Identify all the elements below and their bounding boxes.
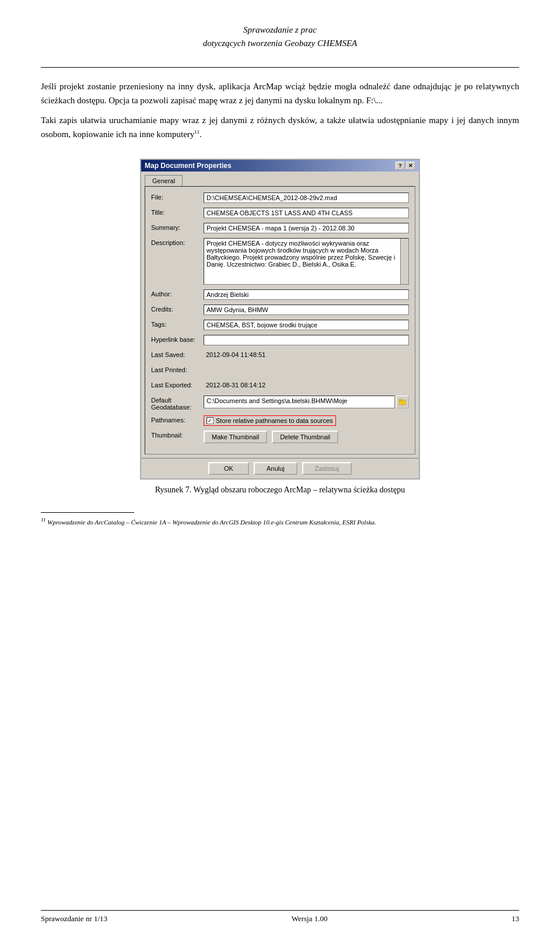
ok-button[interactable]: OK (208, 462, 249, 475)
hyperlink-label: Hyperlink base: (151, 335, 204, 343)
delete-thumbnail-button[interactable]: Delete Thumbnail (272, 431, 338, 443)
make-thumbnail-button[interactable]: Make Thumbnail (204, 431, 267, 443)
thumbnail-label: Thumbnail: (151, 431, 204, 439)
last-printed-label: Last Printed: (151, 365, 204, 373)
description-label: Description: (151, 238, 204, 246)
footer-center: Wersja 1.00 (292, 914, 328, 923)
footnote: 11 Wprowadzenie do ArcCatalog – Ćwiczeni… (41, 516, 519, 527)
tags-label: Tags: (151, 320, 204, 328)
thumbnail-buttons: Make Thumbnail Delete Thumbnail (204, 431, 338, 443)
author-label: Author: (151, 289, 204, 298)
default-geo-field[interactable]: C:\Documents and Settings\a.bielski.BHMW… (204, 396, 395, 408)
default-geo-row: Default Geodatabase: C:\Documents and Se… (151, 396, 409, 411)
description-field[interactable]: Projekt CHEMSEA - dotyczy możliwości wyk… (204, 238, 409, 285)
page-footer: Sprawozdanie nr 1/13 Wersja 1.00 13 (41, 910, 519, 923)
figure-caption: Rysunek 7. Wygląd obszaru roboczego ArcM… (155, 485, 405, 495)
dialog-footer: OK Anuluj Zastosuj (141, 458, 419, 478)
page-header: Sprawozdanie z prac dotyczących tworzeni… (41, 23, 519, 50)
last-exported-row: Last Exported: 2012-08-31 08:14:12 (151, 380, 409, 391)
footnote-separator (41, 512, 134, 513)
file-field[interactable]: D:\CHEMSEA\CHEMSEA_2012-08-29v2.mxd (204, 193, 409, 203)
file-row: File: D:\CHEMSEA\CHEMSEA_2012-08-29v2.mx… (151, 193, 409, 203)
pathnames-checkbox-container: ✓ Store relative pathnames to data sourc… (204, 415, 336, 426)
title-label: Title: (151, 208, 204, 216)
title-field[interactable]: CHEMSEA OBJECTS 1ST LASS AND 4TH CLASS (204, 208, 409, 218)
apply-button[interactable]: Zastosuj (302, 462, 352, 475)
header-line1: Sprawozdanie z prac (41, 23, 519, 37)
footnote-ref: 11 (194, 129, 200, 135)
summary-label: Summary: (151, 223, 204, 231)
hyperlink-field[interactable] (204, 335, 409, 345)
pathnames-checkbox[interactable]: ✓ (206, 417, 214, 424)
footnote-number: 11 (41, 517, 46, 523)
last-printed-row: Last Printed: (151, 365, 409, 376)
browse-button[interactable] (396, 396, 409, 408)
pathnames-row: Pathnames: ✓ Store relative pathnames to… (151, 415, 409, 426)
svg-rect-1 (399, 399, 402, 401)
pathnames-field: ✓ Store relative pathnames to data sourc… (204, 415, 336, 426)
scrollbar[interactable] (400, 239, 408, 284)
hyperlink-row: Hyperlink base: (151, 335, 409, 345)
author-row: Author: Andrzej Bielski (151, 289, 409, 300)
last-saved-row: Last Saved: 2012-09-04 11:48:51 (151, 350, 409, 361)
tags-field[interactable]: CHEMSEA, BST, bojowe środki trujące (204, 320, 409, 330)
credits-label: Credits: (151, 305, 204, 313)
file-label: File: (151, 193, 204, 201)
last-saved-label: Last Saved: (151, 350, 204, 358)
last-exported-label: Last Exported: (151, 380, 204, 389)
last-printed-value (204, 365, 409, 376)
header-line2: dotyczących tworzenia Geobazy CHEMSEA (41, 37, 519, 50)
dialog-window: Map Document Properties ? ✕ General File… (140, 159, 420, 480)
tab-general[interactable]: General (145, 175, 183, 186)
default-geo-field-container: C:\Documents and Settings\a.bielski.BHMW… (204, 396, 409, 408)
title-row: Title: CHEMSEA OBJECTS 1ST LASS AND 4TH … (151, 208, 409, 218)
thumbnail-row: Thumbnail: Make Thumbnail Delete Thumbna… (151, 431, 409, 443)
header-separator (41, 67, 519, 68)
footer-right: 13 (512, 914, 519, 923)
description-text: Projekt CHEMSEA - dotyczy możliwości wyk… (206, 240, 406, 268)
last-exported-value: 2012-08-31 08:14:12 (204, 380, 409, 391)
pathnames-checkbox-label: Store relative pathnames to data sources (216, 417, 333, 424)
footer-left: Sprawozdanie nr 1/13 (41, 914, 107, 923)
paragraph2: Taki zapis ułatwia uruchamianie mapy wra… (41, 113, 519, 141)
dialog-content: File: D:\CHEMSEA\CHEMSEA_2012-08-29v2.mx… (145, 186, 415, 454)
summary-row: Summary: Projekt CHEMSEA - mapa 1 (wersj… (151, 223, 409, 233)
folder-icon (399, 398, 406, 405)
dialog-titlebar: Map Document Properties ? ✕ (141, 160, 419, 172)
description-row: Description: Projekt CHEMSEA - dotyczy m… (151, 238, 409, 285)
cancel-button[interactable]: Anuluj (254, 462, 298, 475)
dialog-title: Map Document Properties (145, 162, 232, 170)
figure-container: Map Document Properties ? ✕ General File… (41, 159, 519, 495)
credits-field[interactable]: AMW Gdynia, BHMW (204, 305, 409, 315)
footnote-content: Wprowadzenie do ArcCatalog – Ćwiczenie 1… (47, 519, 376, 526)
tags-row: Tags: CHEMSEA, BST, bojowe środki trując… (151, 320, 409, 330)
titlebar-buttons: ? ✕ (396, 162, 415, 170)
last-saved-value: 2012-09-04 11:48:51 (204, 350, 409, 361)
author-field[interactable]: Andrzej Bielski (204, 289, 409, 300)
close-button[interactable]: ✕ (406, 162, 415, 170)
default-geo-label: Default Geodatabase: (151, 396, 204, 411)
pathnames-label: Pathnames: (151, 415, 204, 424)
credits-row: Credits: AMW Gdynia, BHMW (151, 305, 409, 315)
help-button[interactable]: ? (396, 162, 405, 170)
paragraph1: Jeśli projekt zostanie przeniesiony na i… (41, 79, 519, 107)
summary-field[interactable]: Projekt CHEMSEA - mapa 1 (wersja 2) - 20… (204, 223, 409, 233)
dialog-tabs: General (141, 172, 419, 186)
